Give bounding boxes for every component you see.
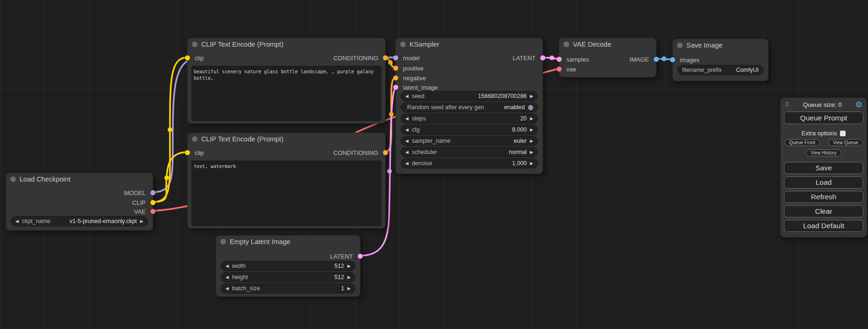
node-title-bar[interactable]: VAE Decode xyxy=(559,38,656,50)
widget-value: 156680208700286 xyxy=(478,93,527,99)
increment-arrow-icon[interactable]: ▶ xyxy=(530,150,533,154)
collapse-dot-icon[interactable] xyxy=(192,136,198,142)
widget-denoise[interactable]: ◀ denoise 1.000 ▶ xyxy=(401,158,538,168)
collapse-dot-icon[interactable] xyxy=(220,239,226,245)
slot-dot-conditioning[interactable] xyxy=(383,56,388,61)
slot-dot-conditioning[interactable] xyxy=(393,76,398,81)
slot-dot-clip[interactable] xyxy=(150,200,155,205)
node-title-bar[interactable]: Load Checkpoint xyxy=(6,173,153,185)
node-title-bar[interactable]: CLIP Text Encode (Prompt) xyxy=(188,133,385,145)
slot-dot-image[interactable] xyxy=(670,57,675,63)
node-clip-text-encode-negative[interactable]: CLIP Text Encode (Prompt) clip CONDITION… xyxy=(187,133,386,229)
node-save-image[interactable]: Save Image images filename_prefix ComfyU… xyxy=(672,39,769,81)
slot-dot-vae[interactable] xyxy=(557,67,562,72)
collapse-dot-icon[interactable] xyxy=(10,176,16,182)
decrement-arrow-icon[interactable]: ◀ xyxy=(405,94,409,98)
view-queue-button[interactable]: View Queue xyxy=(828,139,863,146)
drag-handle-icon[interactable]: ⠿ xyxy=(785,101,790,108)
increment-arrow-icon[interactable]: ▶ xyxy=(347,286,351,291)
slot-dot-conditioning[interactable] xyxy=(383,150,388,155)
input-slot-latent-image: latent_image xyxy=(396,83,543,92)
negative-prompt-textarea[interactable]: text, watermark xyxy=(191,161,381,226)
slot-dot-latent[interactable] xyxy=(358,254,363,259)
widget-name: sampler_name xyxy=(412,138,451,144)
output-slot-conditioning: CONDITIONING xyxy=(188,148,385,157)
widget-batch-size[interactable]: ◀ batch_size 1 ▶ xyxy=(221,283,355,294)
decrement-arrow-icon[interactable]: ◀ xyxy=(226,275,229,280)
queue-size-label: Queue size: 0 xyxy=(790,101,855,108)
queue-prompt-button[interactable]: Queue Prompt xyxy=(784,112,863,124)
increment-arrow-icon[interactable]: ▶ xyxy=(347,275,351,280)
positive-prompt-textarea[interactable]: beautiful scenery nature glass bottle la… xyxy=(191,66,381,121)
widget-random-seed-toggle[interactable]: Random seed after every gen enabled xyxy=(401,102,538,112)
slot-label: CONDITIONING xyxy=(333,55,378,62)
widget-height[interactable]: ◀ height 512 ▶ xyxy=(221,272,355,282)
widget-value: 512 xyxy=(334,274,344,280)
decrement-arrow-icon[interactable]: ◀ xyxy=(405,161,409,166)
increment-arrow-icon[interactable]: ▶ xyxy=(140,219,143,224)
node-clip-text-encode-positive[interactable]: CLIP Text Encode (Prompt) clip CONDITION… xyxy=(187,38,386,124)
widget-name: ckpt_name xyxy=(22,218,50,224)
widget-scheduler[interactable]: ◀ scheduler normal ▶ xyxy=(401,147,538,157)
increment-arrow-icon[interactable]: ▶ xyxy=(530,94,533,98)
node-title-bar[interactable]: Empty Latent Image xyxy=(216,236,360,248)
collapse-dot-icon[interactable] xyxy=(564,42,569,47)
slot-dot-model[interactable] xyxy=(150,190,155,196)
widget-name: scheduler xyxy=(412,149,437,155)
link-dot xyxy=(168,127,172,132)
node-title-bar[interactable]: KSampler xyxy=(396,38,543,50)
widget-steps[interactable]: ◀ steps 20 ▶ xyxy=(401,113,538,124)
increment-arrow-icon[interactable]: ▶ xyxy=(530,116,533,121)
increment-arrow-icon[interactable]: ▶ xyxy=(347,264,351,268)
refresh-button[interactable]: Refresh xyxy=(784,191,863,203)
slot-dot-latent[interactable] xyxy=(393,85,398,90)
slot-dot-latent[interactable] xyxy=(540,56,545,61)
node-title-bar[interactable]: Save Image xyxy=(673,39,768,51)
collapse-dot-icon[interactable] xyxy=(400,42,406,47)
slot-dot-conditioning[interactable] xyxy=(393,66,398,71)
slot-label: CLIP xyxy=(132,199,146,206)
slot-label: vae xyxy=(566,66,576,73)
node-ksampler[interactable]: KSampler model LATENT positive negative … xyxy=(395,38,543,174)
increment-arrow-icon[interactable]: ▶ xyxy=(530,139,533,143)
node-vae-decode[interactable]: VAE Decode samples IMAGE vae xyxy=(559,38,656,77)
toggle-dot-icon[interactable] xyxy=(528,105,533,110)
widget-seed[interactable]: ◀ seed 156680208700286 ▶ xyxy=(401,91,538,101)
widget-name: steps xyxy=(412,115,426,122)
collapse-dot-icon[interactable] xyxy=(677,42,683,48)
extra-options-checkbox[interactable] xyxy=(840,131,846,136)
collapse-dot-icon[interactable] xyxy=(192,42,198,47)
decrement-arrow-icon[interactable]: ◀ xyxy=(405,116,409,121)
clear-button[interactable]: Clear xyxy=(784,205,863,217)
widget-sampler-name[interactable]: ◀ sampler_name euler ▶ xyxy=(401,136,538,146)
queue-front-button[interactable]: Queue Front xyxy=(784,139,820,146)
node-load-checkpoint[interactable]: Load Checkpoint MODEL CLIP VAE ◀ ckpt_na… xyxy=(6,173,153,231)
widget-cfg[interactable]: ◀ cfg 8.000 ▶ xyxy=(401,125,538,135)
widget-filename-prefix[interactable]: filename_prefix ComfyUI xyxy=(677,65,763,75)
widget-width[interactable]: ◀ width 512 ▶ xyxy=(221,261,355,271)
widget-ckpt-name[interactable]: ◀ ckpt_name v1-5-pruned-emaonly.ckpt ▶ xyxy=(11,216,148,226)
load-default-button[interactable]: Load Default xyxy=(784,220,863,232)
load-button[interactable]: Load xyxy=(784,176,863,189)
decrement-arrow-icon[interactable]: ◀ xyxy=(226,286,229,291)
widget-value: 512 xyxy=(334,263,344,269)
view-history-button[interactable]: View History xyxy=(806,149,841,156)
decrement-arrow-icon[interactable]: ◀ xyxy=(15,219,19,224)
decrement-arrow-icon[interactable]: ◀ xyxy=(405,139,409,143)
save-button[interactable]: Save xyxy=(784,162,863,174)
link-dot xyxy=(388,60,393,65)
widget-value: euler xyxy=(514,138,527,144)
decrement-arrow-icon[interactable]: ◀ xyxy=(405,127,409,132)
node-graph-canvas[interactable]: Load Checkpoint MODEL CLIP VAE ◀ ckpt_na… xyxy=(0,0,868,329)
node-title: VAE Decode xyxy=(573,41,611,48)
node-empty-latent-image[interactable]: Empty Latent Image LATENT ◀ width 512 ▶ … xyxy=(216,235,360,297)
node-title-bar[interactable]: CLIP Text Encode (Prompt) xyxy=(188,38,385,50)
slot-dot-image[interactable] xyxy=(654,57,659,62)
increment-arrow-icon[interactable]: ▶ xyxy=(530,127,533,132)
decrement-arrow-icon[interactable]: ◀ xyxy=(405,150,409,154)
output-slot-conditioning: CONDITIONING xyxy=(188,53,385,63)
increment-arrow-icon[interactable]: ▶ xyxy=(530,161,533,166)
settings-gear-icon[interactable]: ⚙ xyxy=(855,101,862,109)
decrement-arrow-icon[interactable]: ◀ xyxy=(226,264,229,268)
slot-dot-vae[interactable] xyxy=(150,209,155,214)
